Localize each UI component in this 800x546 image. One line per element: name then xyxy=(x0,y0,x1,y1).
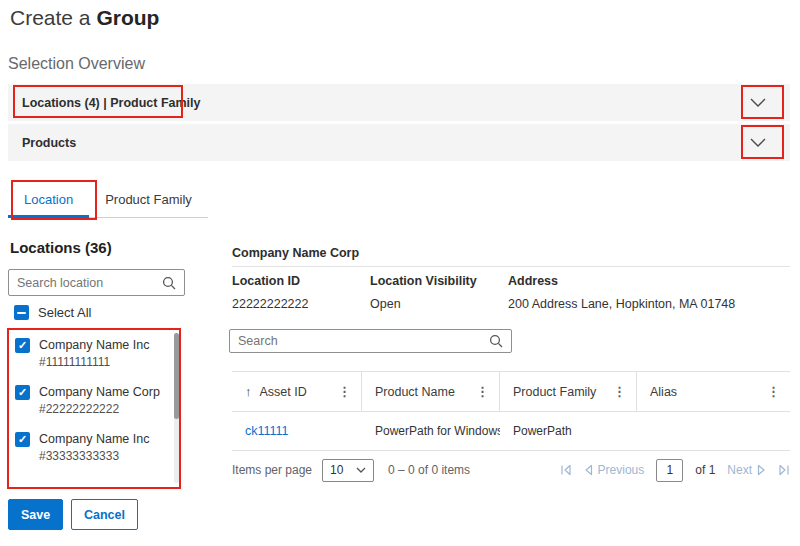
page-title: Create a Group xyxy=(10,6,159,30)
location-list-item[interactable]: ✓ Company Name Inc #11111111111 xyxy=(8,329,182,376)
assets-table: ↑Asset ID ⋮ Product Name ⋮ Product Famil… xyxy=(232,371,790,489)
field-location-id: Location ID 22222222222 xyxy=(232,274,370,311)
chevron-down-icon[interactable] xyxy=(750,98,766,107)
indeterminate-icon xyxy=(17,312,26,314)
previous-label: Previous xyxy=(598,463,645,477)
column-label: Product Name xyxy=(375,385,455,399)
tab-product-family[interactable]: Product Family xyxy=(89,182,208,218)
location-text: Company Name Inc #33333333333 xyxy=(39,432,149,463)
accordion-products[interactable]: Products xyxy=(8,124,790,161)
location-list-item[interactable]: ✓ Company Name Inc #33333333333 xyxy=(8,423,182,470)
location-text: Company Name Corp #22222222222 xyxy=(39,385,160,416)
asset-id-link[interactable]: ck11111 xyxy=(245,424,289,438)
locations-count-heading: Locations (36) xyxy=(10,239,112,256)
sort-ascending-icon[interactable]: ↑ xyxy=(245,384,252,399)
chevron-down-icon[interactable] xyxy=(750,138,766,147)
column-header-asset-id[interactable]: ↑Asset ID ⋮ xyxy=(232,372,362,411)
pagination-bar: Items per page 10 0 – 0 of 0 items Previ… xyxy=(232,451,790,489)
page-title-prefix: Create a xyxy=(10,6,96,29)
field-location-visibility: Location Visibility Open xyxy=(370,274,508,311)
location-list: ✓ Company Name Inc #11111111111 ✓ Compan… xyxy=(8,329,182,489)
column-header-alias[interactable]: Alias ⋮ xyxy=(637,372,790,411)
location-id: #33333333333 xyxy=(39,449,149,463)
location-id: #11111111111 xyxy=(39,355,149,369)
pagination-range-text: 0 – 0 of 0 items xyxy=(388,463,470,477)
location-checkbox[interactable]: ✓ xyxy=(15,385,30,400)
field-label: Address xyxy=(508,274,735,288)
pagination-controls: Previous of 1 Next xyxy=(560,459,790,482)
items-per-page-label: Items per page xyxy=(232,463,312,477)
column-menu-icon[interactable]: ⋮ xyxy=(336,384,353,399)
field-value: Open xyxy=(370,297,508,311)
tab-label: Location xyxy=(24,192,73,207)
tab-bar: Location Product Family xyxy=(8,182,208,218)
location-name: Company Name Corp xyxy=(39,385,160,399)
scrollbar-thumb[interactable] xyxy=(174,333,179,419)
location-name: Company Name Inc xyxy=(39,338,149,352)
asset-search-input[interactable] xyxy=(238,334,489,348)
accordion-label: Products xyxy=(22,136,76,150)
page-number-input[interactable] xyxy=(656,459,683,482)
column-label: Product Family xyxy=(513,385,596,399)
previous-page-button[interactable]: Previous xyxy=(584,463,645,477)
check-icon: ✓ xyxy=(18,340,27,351)
column-label: Alias xyxy=(650,385,677,399)
check-icon: ✓ xyxy=(18,387,27,398)
location-search-input[interactable] xyxy=(17,276,162,290)
next-page-button[interactable]: Next xyxy=(727,463,766,477)
last-page-icon[interactable] xyxy=(778,464,790,476)
items-per-page-select[interactable]: 10 xyxy=(322,459,374,482)
tab-location[interactable]: Location xyxy=(8,182,89,218)
next-page-icon xyxy=(757,464,766,476)
column-menu-icon[interactable]: ⋮ xyxy=(611,384,628,399)
select-all-row[interactable]: Select All xyxy=(14,305,91,320)
check-icon: ✓ xyxy=(18,434,27,445)
accordion-label: Locations (4) | Product Family xyxy=(22,96,201,110)
field-label: Location Visibility xyxy=(370,274,508,288)
accordion-locations-product-family[interactable]: Locations (4) | Product Family xyxy=(8,84,790,121)
search-icon xyxy=(162,276,176,290)
selection-overview-title: Selection Overview xyxy=(8,55,145,73)
product-family-cell: PowerPath xyxy=(500,424,637,438)
divider xyxy=(232,266,790,267)
column-label: Asset ID xyxy=(260,385,307,399)
select-all-checkbox[interactable] xyxy=(14,305,29,320)
column-menu-icon[interactable]: ⋮ xyxy=(765,384,782,399)
field-address: Address 200 Address Lane, Hopkinton, MA … xyxy=(508,274,735,311)
next-label: Next xyxy=(727,463,752,477)
location-details: Location ID 22222222222 Location Visibil… xyxy=(232,274,735,311)
column-menu-icon[interactable]: ⋮ xyxy=(474,384,491,399)
product-name-cell: PowerPath for Windows xyxy=(362,424,500,438)
cancel-button[interactable]: Cancel xyxy=(71,499,138,530)
save-button[interactable]: Save xyxy=(8,499,63,530)
column-header-product-family[interactable]: Product Family ⋮ xyxy=(500,372,637,411)
table-header-row: ↑Asset ID ⋮ Product Name ⋮ Product Famil… xyxy=(232,371,790,412)
location-text: Company Name Inc #11111111111 xyxy=(39,338,149,369)
tab-label: Product Family xyxy=(105,192,192,207)
first-page-icon[interactable] xyxy=(560,464,572,476)
previous-page-icon xyxy=(584,464,593,476)
location-checkbox[interactable]: ✓ xyxy=(15,432,30,447)
field-value: 200 Address Lane, Hopkinton, MA 01748 xyxy=(508,297,735,311)
page-of-label: of 1 xyxy=(695,463,715,477)
search-icon xyxy=(489,334,503,348)
chevron-down-icon xyxy=(356,467,366,473)
location-name: Company Name Inc xyxy=(39,432,149,446)
location-list-item[interactable]: ✓ Company Name Corp #22222222222 xyxy=(8,376,182,423)
items-per-page-value: 10 xyxy=(330,463,343,477)
field-label: Location ID xyxy=(232,274,370,288)
location-checkbox[interactable]: ✓ xyxy=(15,338,30,353)
location-id: #22222222222 xyxy=(39,402,160,416)
page-title-emphasis: Group xyxy=(96,6,159,29)
selected-company-name: Company Name Corp xyxy=(232,246,359,260)
column-header-product-name[interactable]: Product Name ⋮ xyxy=(362,372,500,411)
asset-search-box xyxy=(229,329,512,353)
select-all-label: Select All xyxy=(38,305,91,320)
table-row: ck11111 PowerPath for Windows PowerPath xyxy=(232,412,790,451)
location-search-box xyxy=(8,269,185,296)
field-value: 22222222222 xyxy=(232,297,370,311)
